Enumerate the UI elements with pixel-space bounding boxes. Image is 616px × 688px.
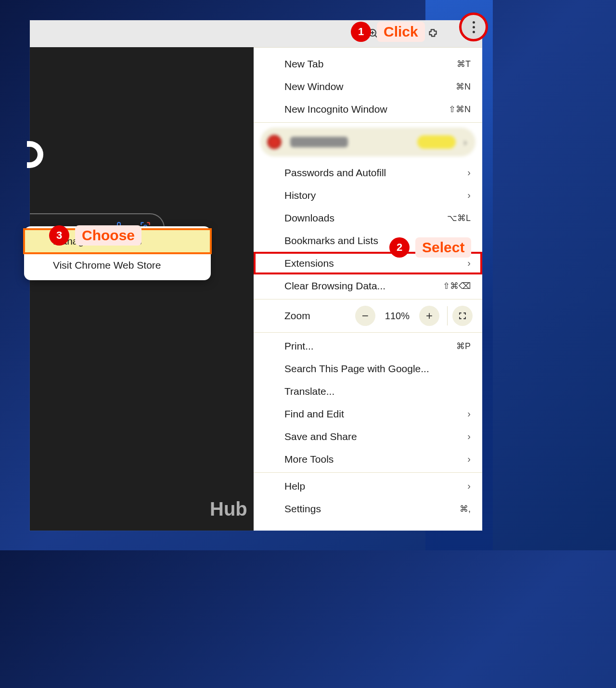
print-icon	[265, 341, 284, 351]
extensions-icon	[265, 258, 284, 269]
google-icon	[265, 363, 284, 374]
help-icon	[265, 481, 284, 492]
menu-shortcut: ⇧⌘⌫	[443, 281, 471, 291]
menu-help[interactable]: Help ›	[254, 475, 482, 497]
menu-label: History	[284, 190, 467, 201]
svg-marker-20	[267, 236, 275, 244]
extensions-icon[interactable]	[425, 26, 440, 41]
menu-separator	[254, 472, 482, 473]
menu-separator	[254, 299, 482, 299]
menu-downloads[interactable]: Downloads ⌥⌘L	[254, 207, 482, 229]
svg-rect-10	[267, 83, 275, 90]
svg-rect-40	[36, 260, 43, 268]
fullscreen-button[interactable]	[452, 306, 473, 326]
menu-shortcut: ⌥⌘L	[447, 213, 471, 223]
svg-line-33	[271, 414, 272, 415]
menu-shortcut: ⌘,	[460, 504, 471, 514]
window-icon	[265, 81, 284, 92]
profile-name-blurred	[290, 137, 348, 147]
menu-search-google[interactable]: Search This Page with Google...	[254, 357, 482, 380]
chevron-right-icon: ›	[467, 258, 471, 269]
menu-incognito[interactable]: New Incognito Window ⇧⌘N	[254, 98, 482, 120]
more-menu-button[interactable]	[459, 13, 488, 41]
menu-shortcut: ⌘N	[456, 81, 471, 92]
menu-print[interactable]: Print... ⌘P	[254, 335, 482, 357]
divider	[447, 306, 448, 325]
menu-settings[interactable]: Settings ⌘,	[254, 497, 482, 520]
menu-find-edit[interactable]: Find and Edit ›	[254, 402, 482, 425]
menu-shortcut: ⌘P	[456, 341, 471, 351]
menu-new-window[interactable]: New Window ⌘N	[254, 75, 482, 98]
menu-label: Settings	[284, 503, 460, 515]
chrome-main-menu: New Tab ⌘T New Window ⌘N New Incognito W…	[254, 47, 482, 531]
callout-2: 2 Select	[389, 237, 471, 258]
submenu-label: Visit Chrome Web Store	[53, 260, 161, 271]
svg-rect-36	[267, 458, 274, 463]
svg-rect-25	[268, 345, 274, 348]
callout-number: 3	[49, 225, 69, 246]
callout-3: 3 Choose	[49, 225, 141, 246]
chevron-right-icon: ›	[467, 167, 471, 178]
zoom-out-button[interactable]: −	[355, 306, 375, 326]
menu-translate[interactable]: Translate...	[254, 380, 482, 402]
menu-separator	[254, 332, 482, 333]
menu-history[interactable]: History ›	[254, 184, 482, 207]
menu-label: Clear Browsing Data...	[284, 280, 443, 292]
chevron-right-icon: ›	[467, 454, 471, 465]
menu-clear-data[interactable]: Clear Browsing Data... ⇧⌘⌫	[254, 274, 482, 297]
menu-label: Find and Edit	[284, 408, 467, 420]
menu-zoom: Zoom − 110% +	[254, 301, 482, 330]
save-icon	[265, 431, 284, 442]
svg-rect-31	[268, 410, 274, 418]
svg-point-15	[267, 171, 270, 174]
svg-rect-26	[269, 347, 272, 350]
menu-new-tab[interactable]: New Tab ⌘T	[254, 52, 482, 75]
logo-fragment	[27, 141, 43, 168]
trash-icon	[265, 281, 284, 291]
menu-label: More Tools	[284, 454, 467, 465]
chevron-right-icon: ›	[463, 137, 467, 148]
svg-point-32	[269, 412, 271, 415]
menu-label: New Incognito Window	[284, 104, 449, 115]
zoom-icon	[265, 310, 284, 323]
submenu-web-store[interactable]: Visit Chrome Web Store	[24, 253, 211, 277]
profile-row[interactable]: ›	[260, 128, 475, 156]
callout-number: 1	[351, 22, 371, 42]
menu-passwords[interactable]: Passwords and Autofill ›	[254, 161, 482, 184]
zoom-in-button[interactable]: +	[419, 306, 439, 326]
more-vert-icon	[473, 21, 475, 33]
menu-label: Help	[284, 480, 467, 492]
zoom-value: 110%	[385, 311, 410, 322]
translate-icon	[265, 386, 284, 397]
profile-badge-blurred	[417, 135, 456, 149]
svg-point-39	[269, 507, 272, 510]
svg-rect-34	[268, 432, 274, 441]
callout-number: 2	[389, 237, 410, 258]
chevron-right-icon: ›	[467, 480, 471, 492]
tab-icon	[265, 59, 284, 69]
chevron-right-icon: ›	[467, 408, 471, 419]
key-icon	[265, 168, 284, 178]
history-icon	[265, 190, 284, 201]
toolbox-icon	[265, 454, 284, 465]
svg-point-21	[267, 311, 273, 317]
menu-label: Passwords and Autofill	[284, 167, 467, 179]
menu-label: Print...	[284, 340, 456, 352]
zoom-label: Zoom	[284, 310, 310, 322]
menu-separator	[254, 122, 482, 123]
menu-label: Extensions	[284, 258, 467, 269]
web-store-icon	[34, 259, 53, 272]
menu-label: New Window	[284, 81, 456, 92]
find-icon	[265, 409, 284, 419]
watermark: Hub	[210, 498, 247, 520]
menu-shortcut: ⇧⌘N	[449, 104, 471, 115]
menu-save-share[interactable]: Save and Share ›	[254, 425, 482, 448]
menu-label: Translate...	[284, 386, 471, 397]
chevron-right-icon: ›	[467, 431, 471, 442]
callout-text: Click	[377, 22, 425, 42]
svg-line-22	[272, 316, 275, 319]
svg-rect-27	[269, 342, 272, 345]
svg-point-37	[267, 482, 275, 490]
svg-point-14	[271, 110, 274, 113]
menu-more-tools[interactable]: More Tools ›	[254, 448, 482, 470]
